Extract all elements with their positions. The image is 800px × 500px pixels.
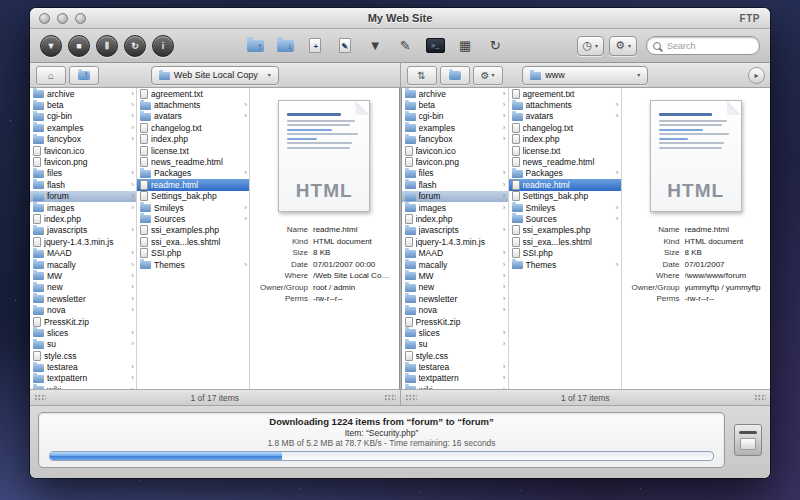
list-item[interactable]: ssi_exa...les.shtml [137,236,249,247]
list-item[interactable]: PressKit.zip [30,316,136,327]
list-item[interactable]: new› [402,282,508,293]
list-item[interactable]: fancybox› [402,134,508,145]
list-item[interactable]: index.php [402,213,508,224]
sync-icon[interactable]: ↻ [483,34,508,58]
list-item[interactable]: flash› [30,179,136,190]
list-item[interactable]: attachments› [509,99,621,110]
list-item[interactable]: javascripts› [402,225,508,236]
local-path-popup[interactable]: Web Site Local Copy ▾ [151,66,279,85]
list-item[interactable]: ssi_exa...les.shtml [509,236,621,247]
list-item[interactable]: MAAD› [402,247,508,258]
edit-file-icon[interactable]: ✎ [333,34,358,58]
list-item[interactable]: jquery-1.4.3.min.js [402,236,508,247]
list-item[interactable]: SSI.php [509,247,621,258]
list-item[interactable]: textpattern› [30,373,136,384]
list-item[interactable]: wiki› [402,384,508,389]
list-item[interactable]: Themes› [509,259,621,270]
transfer-button[interactable]: ▼ [40,35,62,57]
list-item[interactable]: license.txt [509,145,621,156]
list-item[interactable]: Themes› [137,259,249,270]
list-item[interactable]: files› [402,168,508,179]
connect-button[interactable]: ▸ [748,67,765,84]
list-item[interactable]: newsletter› [30,293,136,304]
list-item[interactable]: textpattern› [402,373,508,384]
actions-gear-icon[interactable]: ⚙▾ [473,66,503,85]
list-item[interactable]: examples› [402,122,508,133]
new-file-icon[interactable]: + [303,34,328,58]
stop-button[interactable]: ■ [68,35,90,57]
refresh-button[interactable]: ↻ [124,35,146,57]
list-item[interactable]: favicon.ico [402,145,508,156]
list-item[interactable]: cgi-bin› [30,111,136,122]
list-item[interactable]: MW› [30,270,136,281]
list-item[interactable]: MAAD› [30,247,136,258]
list-item[interactable]: changelog.txt [137,122,249,133]
resize-grip-icon[interactable] [405,394,417,401]
list-item[interactable]: beta› [30,99,136,110]
list-item[interactable]: cgi-bin› [402,111,508,122]
list-item[interactable]: macally› [402,259,508,270]
list-item[interactable]: changelog.txt [509,122,621,133]
list-item[interactable]: examples› [30,122,136,133]
list-item[interactable]: Smileys› [509,202,621,213]
list-item[interactable]: images› [30,202,136,213]
remote-path-popup[interactable]: www ▾ [522,66,648,85]
list-item[interactable]: Smileys› [137,202,249,213]
list-item[interactable]: nova› [30,304,136,315]
list-item[interactable]: Packages› [137,168,249,179]
list-item[interactable]: beta› [402,99,508,110]
list-item[interactable]: jquery-1.4.3.min.js [30,236,136,247]
list-item[interactable]: forum› [30,191,136,202]
transfer-queue-icon[interactable] [734,424,762,456]
list-item[interactable]: PressKit.zip [402,316,508,327]
upload-folder-icon[interactable]: ↑ [243,34,268,58]
search-field[interactable] [646,36,760,55]
resize-grip-icon[interactable] [34,394,46,401]
list-item[interactable]: javascripts› [30,225,136,236]
folder-up-icon[interactable]: ↑ [69,66,99,85]
info-button[interactable]: i [152,35,174,57]
local-volume-icon[interactable]: ⌂ [36,66,66,85]
list-item[interactable]: Settings_bak.php [137,191,249,202]
list-item[interactable]: images› [402,202,508,213]
list-item[interactable]: news_readme.html [509,156,621,167]
list-item[interactable]: slices› [30,327,136,338]
list-item[interactable]: style.css [30,350,136,361]
list-item[interactable]: wiki› [30,384,136,389]
list-item[interactable]: index.php [509,134,621,145]
list-item[interactable]: readme.html [137,179,249,190]
list-item[interactable]: index.php [30,213,136,224]
list-item[interactable]: Settings_bak.php [509,191,621,202]
pencil-icon[interactable]: ✎ [393,34,418,58]
list-item[interactable]: archive› [402,88,508,99]
resize-grip-icon[interactable] [384,394,396,401]
list-item[interactable]: files› [30,168,136,179]
list-item[interactable]: archive› [30,88,136,99]
list-item[interactable]: avatars› [509,111,621,122]
list-item[interactable]: newsletter› [402,293,508,304]
history-dropdown[interactable]: ◷▾ [577,36,605,56]
list-item[interactable]: favicon.png [402,156,508,167]
resize-grip-icon[interactable] [754,394,766,401]
view-options-dropdown[interactable]: ⚙▾ [609,36,637,56]
list-item[interactable]: fancybox› [30,134,136,145]
filter-icon[interactable]: ▼ [363,34,388,58]
list-item[interactable]: attachments› [137,99,249,110]
list-item[interactable]: MW› [402,270,508,281]
list-item[interactable]: style.css [402,350,508,361]
list-item[interactable]: license.txt [137,145,249,156]
list-item[interactable]: Packages› [509,168,621,179]
list-item[interactable]: nova› [402,304,508,315]
list-item[interactable]: Sources› [137,213,249,224]
list-item[interactable]: testarea› [402,361,508,372]
mirror-icon[interactable]: ⇅ [407,66,437,85]
list-item[interactable]: flash› [402,179,508,190]
list-item[interactable]: readme.html [509,179,621,190]
search-input[interactable] [665,40,753,52]
list-item[interactable]: favicon.ico [30,145,136,156]
list-item[interactable]: agreement.txt [137,88,249,99]
list-item[interactable]: ssi_examples.php [509,225,621,236]
archive-icon[interactable]: ▦ [453,34,478,58]
download-folder-icon[interactable]: ↓ [273,34,298,58]
list-item[interactable]: new› [30,282,136,293]
